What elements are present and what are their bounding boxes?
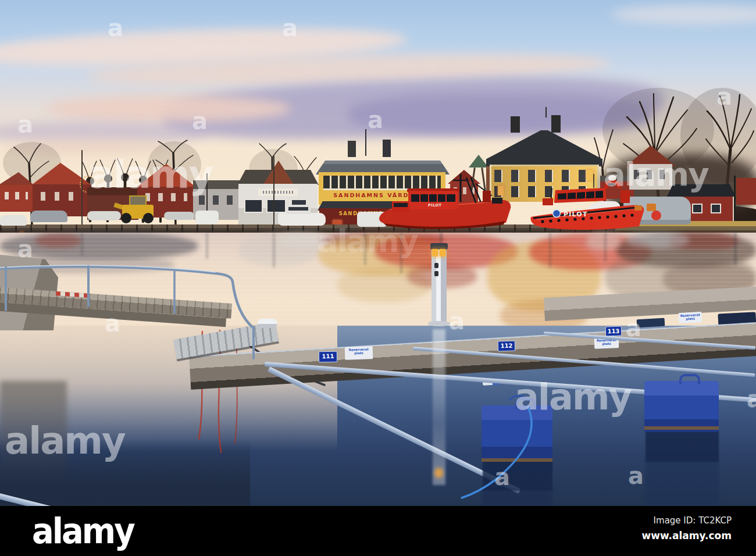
watermark-a: a [716, 85, 732, 108]
float-box-rust-line [644, 426, 719, 430]
alamy-url: www.alamy.com [642, 530, 732, 541]
watermark-a: a [626, 316, 641, 340]
wheel [121, 213, 131, 223]
dinghy [0, 215, 27, 226]
vardshus-chimney [348, 141, 356, 157]
berth-reserved-sign: Reserverat plats [679, 312, 702, 323]
bollard-base [428, 321, 450, 326]
bollard-light-reflection [434, 468, 443, 478]
berth-number-sign: 111 [319, 351, 337, 363]
footer-right-block: Image ID: TC2KCP www.alamy.com [642, 515, 732, 541]
bollard-lamp [432, 249, 438, 256]
shop-signboard [258, 188, 298, 196]
sign-lettering [263, 191, 293, 194]
windows [41, 192, 81, 201]
float-box-submerged [646, 430, 719, 462]
vardshus-chimney [383, 140, 391, 157]
watermark-alamy: alamy [88, 156, 213, 194]
harbour-photo: SANDHAMNS VÄRDSHUS SANDHAMNS VÄRDSHUS [0, 0, 756, 506]
dinghy [164, 212, 194, 220]
watermark-a: a [747, 387, 756, 411]
red-fender [651, 211, 661, 220]
bollard-socket [434, 263, 438, 268]
berth-number-sign: 113 [605, 326, 622, 337]
wheel [143, 213, 154, 223]
watermark-a: a [494, 465, 510, 489]
window [266, 199, 286, 213]
manor-antenna [545, 107, 547, 117]
float-box-reflection [646, 461, 719, 506]
watermark-alamy: alamy [604, 158, 708, 191]
lamp-post [734, 176, 736, 226]
manor-chimney [551, 115, 561, 133]
watermark-alamy: alamy [5, 422, 125, 459]
far-right-red-shed [736, 178, 756, 205]
weathervane-pole [365, 129, 366, 156]
berth-number-sign: 112 [498, 340, 516, 351]
berth-reserved-sign: Reserverat plats [345, 346, 373, 360]
pier-railing [0, 231, 314, 365]
bollard-lamp [440, 249, 445, 256]
watermark-a: a [368, 108, 383, 131]
cloud-pink [47, 95, 291, 122]
cottage-window [692, 204, 702, 213]
watermark-alamy: alamy [317, 226, 418, 257]
bollard-socket [434, 271, 438, 276]
watermark-a: a [108, 16, 123, 40]
watermark-a: a [105, 312, 120, 335]
image-id-label: Image ID: TC2KCP [642, 515, 732, 526]
watermark-a: a [282, 16, 298, 40]
motorboat-windows [288, 207, 308, 211]
fireboat-name: PILOT [428, 203, 442, 208]
cottage-window [711, 204, 721, 213]
manor-chimney [511, 116, 520, 133]
alamy-logo: alamy [32, 510, 134, 551]
watermark-a: a [17, 237, 33, 261]
power-bollard [432, 247, 447, 323]
float-box [644, 381, 719, 432]
watermark-alamy: alamy [515, 379, 631, 415]
float-box-handle [679, 374, 700, 384]
stock-photo-page: SANDHAMNS VÄRDSHUS SANDHAMNS VÄRDSHUS [0, 0, 756, 556]
watermark-a: a [192, 109, 208, 133]
flag-pole [81, 150, 83, 226]
watermark-a: a [628, 464, 644, 487]
windows [5, 192, 28, 199]
dinghy [87, 211, 121, 220]
window [244, 199, 263, 213]
flag-pole [273, 156, 274, 226]
pilot-boat-name: PILOT [564, 211, 588, 218]
watermark-a: a [449, 309, 465, 333]
white-sailboat-hull [195, 211, 219, 224]
watermark-a: a [17, 113, 33, 136]
dinghy [30, 211, 67, 222]
alamy-footer-bar: alamy Image ID: TC2KCP www.alamy.com [0, 506, 756, 556]
bollard-reflection [433, 329, 445, 485]
